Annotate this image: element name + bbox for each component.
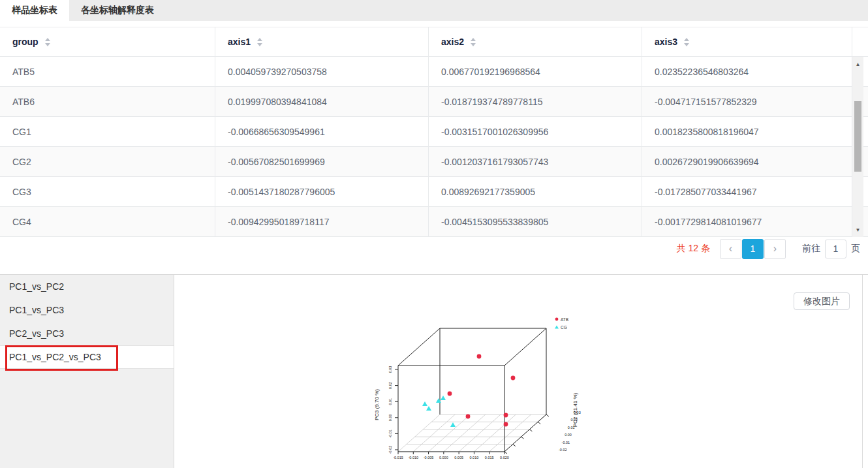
point-ATB — [504, 422, 508, 427]
point-ATB — [477, 354, 482, 359]
point-ATB — [511, 376, 516, 381]
prev-page-button[interactable]: ‹ — [720, 239, 741, 259]
chevron-left-icon: ‹ — [729, 243, 732, 255]
column-label: axis1 — [228, 37, 251, 47]
point-CG — [422, 401, 427, 406]
cell-axis3: -0.004717151577852329 — [642, 87, 852, 116]
scroll-down-icon[interactable]: ▼ — [852, 225, 863, 234]
legend-marker-cg — [555, 326, 559, 329]
column-header-axis1[interactable]: axis1 — [215, 27, 429, 56]
table-row: CG3-0.00514371802877960050.0089269217735… — [0, 177, 868, 207]
cell-axis1: -0.00567082501699969 — [215, 147, 429, 176]
svg-text:0.005: 0.005 — [454, 456, 463, 460]
table-row: CG4-0.009429950189718117-0.0045153095533… — [0, 207, 868, 237]
goto-label: 前往 — [802, 243, 820, 255]
table-row: CG1-0.00668656309549961-0.00315170010263… — [0, 117, 868, 147]
cell-axis2: 0.00892692177359005 — [429, 177, 642, 206]
svg-text:CG: CG — [561, 325, 567, 330]
svg-text:0.000: 0.000 — [439, 456, 448, 460]
cell-axis2: 0.006770192196968564 — [429, 57, 642, 86]
svg-text:0.00: 0.00 — [388, 414, 392, 421]
cell-axis1: -0.0051437180287796005 — [215, 177, 429, 206]
svg-text:0.010: 0.010 — [470, 456, 479, 460]
cell-axis3: -0.0017729814081019677 — [642, 207, 852, 236]
plot-list: PC1_vs_PC2PC1_vs_PC3PC2_vs_PC3PC1_vs_PC2… — [0, 275, 174, 468]
cell-group: ATB6 — [0, 87, 215, 116]
svg-text:-0.015: -0.015 — [393, 456, 403, 460]
pc3-axis-label: PC3 (9.70 %) — [374, 389, 380, 420]
total-count-label: 共 12 条 — [677, 243, 710, 255]
tab-bar: 样品坐标表 各坐标轴解释度表 — [0, 0, 868, 21]
page: 样品坐标表 各坐标轴解释度表 group axis1 axis2 axis3 A… — [0, 0, 868, 468]
svg-text:-0.02: -0.02 — [388, 446, 392, 454]
scrollbar-thumb[interactable] — [854, 101, 861, 172]
svg-text:0.00: 0.00 — [565, 433, 572, 437]
plot-panel: PC1_vs_PC2PC1_vs_PC3PC2_vs_PC3PC1_vs_PC2… — [0, 274, 868, 468]
page-number-button[interactable]: 1 — [742, 239, 764, 259]
point-ATB — [466, 414, 471, 419]
point-CG — [426, 406, 431, 411]
cell-axis2: -0.0045153095533839805 — [429, 207, 642, 236]
goto-page-input[interactable] — [825, 240, 846, 258]
cell-axis3: -0.017285077033441967 — [642, 177, 852, 206]
cell-axis3: 0.0026729019906639694 — [642, 147, 852, 176]
cell-axis1: 0.004059739270503758 — [215, 57, 429, 86]
svg-text:-0.01: -0.01 — [388, 429, 392, 438]
cell-group: CG1 — [0, 117, 215, 146]
sort-icon[interactable] — [257, 38, 262, 46]
svg-text:0.020: 0.020 — [500, 456, 509, 460]
table-body: ATB50.0040597392705037580.00677019219696… — [0, 57, 868, 237]
point-CG — [441, 396, 446, 400]
table-header-row: group axis1 axis2 axis3 — [0, 27, 868, 57]
plot-list-item[interactable]: PC1_vs_PC2_vs_PC3 — [0, 345, 174, 369]
cell-axis2: -0.0031517001026309956 — [429, 117, 642, 146]
next-page-button[interactable]: › — [764, 239, 786, 259]
cell-axis1: 0.019997080394841084 — [215, 87, 429, 116]
chevron-right-icon: › — [773, 243, 777, 255]
cell-group: CG2 — [0, 147, 215, 176]
cell-group: ATB5 — [0, 57, 215, 86]
plot-list-item[interactable]: PC1_vs_PC3 — [0, 298, 174, 322]
tab-axis-explained[interactable]: 各坐标轴解释度表 — [69, 0, 166, 21]
svg-text:ATB: ATB — [561, 317, 568, 322]
svg-text:-0.005: -0.005 — [424, 456, 434, 460]
column-header-group[interactable]: group — [0, 27, 215, 56]
svg-text:0.01: 0.01 — [388, 398, 392, 405]
tab-sample-coordinates[interactable]: 样品坐标表 — [0, 0, 69, 21]
point-CG — [436, 398, 441, 403]
pca-3d-scatter: -0.02-0.010.000.010.020.03-0.015-0.010-0… — [174, 274, 868, 468]
pc2-axis-label: PC2 (21.41 %) — [572, 392, 578, 427]
cell-axis3: 0.02352236546803264 — [642, 57, 852, 86]
sort-icon[interactable] — [684, 38, 689, 46]
cell-axis1: -0.009429950189718117 — [215, 207, 429, 236]
svg-text:0.015: 0.015 — [485, 456, 494, 460]
cell-axis3: 0.0018235800818196047 — [642, 117, 852, 146]
column-header-axis2[interactable]: axis2 — [429, 27, 642, 56]
table-row: ATB60.019997080394841084-0.0187193747897… — [0, 87, 868, 117]
column-label: group — [12, 37, 39, 47]
plot-list-item[interactable]: PC1_vs_PC2 — [0, 275, 174, 298]
svg-text:0.02: 0.02 — [388, 382, 392, 389]
cell-group: CG4 — [0, 207, 215, 236]
point-ATB — [504, 413, 508, 418]
page-suffix-label: 页 — [851, 243, 860, 255]
table-row: ATB50.0040597392705037580.00677019219696… — [0, 57, 868, 87]
cell-axis2: -0.018719374789778115 — [429, 87, 642, 116]
cell-group: CG3 — [0, 177, 215, 206]
scroll-up-icon[interactable]: ▲ — [852, 59, 863, 69]
svg-text:-0.01: -0.01 — [562, 441, 570, 445]
pagination: 共 12 条 ‹ 1 › 前往 页 — [0, 237, 868, 260]
panel-right-border — [862, 275, 863, 468]
table-scrollbar[interactable]: ▲ ▼ — [852, 57, 863, 237]
table-row: CG2-0.00567082501699969-0.00120371617930… — [0, 147, 868, 177]
point-ATB — [448, 392, 452, 396]
sort-icon[interactable] — [45, 38, 50, 46]
column-label: axis3 — [655, 37, 677, 47]
plot-list-item[interactable]: PC2_vs_PC3 — [0, 322, 174, 345]
sort-icon[interactable] — [471, 38, 476, 46]
column-label: axis2 — [441, 37, 464, 47]
point-CG — [450, 422, 456, 427]
legend-marker-atb — [555, 318, 559, 321]
svg-text:-0.02: -0.02 — [559, 448, 567, 452]
column-header-axis3[interactable]: axis3 — [642, 27, 852, 56]
